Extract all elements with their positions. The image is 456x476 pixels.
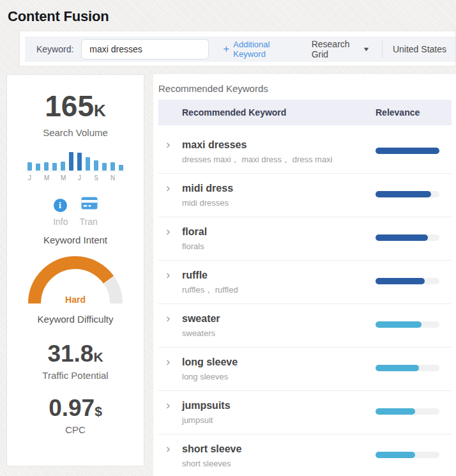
- volume-bar: [61, 162, 65, 171]
- relevance-bar: [376, 321, 439, 328]
- chevron-right-icon[interactable]: ›: [166, 399, 170, 411]
- chevron-right-icon[interactable]: ›: [166, 356, 170, 367]
- search-volume-chart: [26, 152, 125, 172]
- relevance-bar: [376, 408, 439, 415]
- keyword-search-bar: Keyword: + Additional Keyword Research G…: [19, 31, 456, 66]
- relevance-bar-fill: [376, 278, 425, 284]
- relevance-bar: [376, 452, 439, 458]
- table-row[interactable]: › short sleeve short sleeves: [158, 434, 452, 476]
- search-volume-label: Search Volume: [7, 127, 144, 138]
- traffic-potential-label: Traffic Potential: [7, 370, 144, 381]
- keyword-variants: florals: [182, 242, 452, 252]
- keyword-variants: long sleeves: [182, 372, 452, 382]
- keyword-variants: dresses maxi， maxi dress， dress maxi: [182, 155, 452, 165]
- column-header-keyword: Recommended Keyword: [182, 107, 376, 118]
- keyword-difficulty-label: Keyword Difficulty: [7, 314, 144, 325]
- keyword-variants: midi dresses: [182, 198, 452, 208]
- volume-bar: [110, 162, 115, 171]
- table-row[interactable]: › sweater sweaters: [158, 304, 452, 348]
- keyword-variants: jumpsuit: [182, 415, 452, 426]
- additional-keyword-button[interactable]: + Additional Keyword: [223, 40, 292, 59]
- transaction-card-icon: [81, 197, 98, 212]
- volume-bar: [52, 163, 57, 171]
- chevron-down-icon: ▼: [362, 47, 370, 52]
- table-header: Recommended Keyword Relevance: [158, 100, 452, 125]
- table-row[interactable]: › jumpsuits jumpsuit: [158, 391, 452, 434]
- traffic-potential-value: 31.8K: [7, 342, 144, 365]
- table-row[interactable]: › maxi dresses dresses maxi， maxi dress，…: [158, 130, 452, 174]
- month-labels: JMMJSN: [26, 174, 125, 181]
- relevance-bar: [376, 191, 439, 197]
- volume-bar: [119, 165, 123, 171]
- intent-info-label: Info: [53, 217, 68, 227]
- table-row[interactable]: › long sleeve long sleeves: [158, 348, 452, 391]
- volume-bar: [36, 164, 40, 171]
- relevance-bar: [376, 148, 439, 154]
- relevance-bar-fill: [376, 148, 439, 154]
- relevance-bar: [376, 278, 439, 284]
- keyword-variants: sweaters: [182, 328, 452, 339]
- page-title: Content Fusion: [8, 8, 456, 25]
- keyword-variants: short sleeves: [182, 459, 452, 469]
- relevance-bar-fill: [376, 452, 415, 458]
- relevance-bar: [376, 365, 439, 371]
- recommended-keywords-panel: Recommended Keywords Recommended Keyword…: [153, 74, 456, 476]
- keyword-variants: ruffles， ruffled: [182, 285, 452, 295]
- difficulty-level-badge: Hard: [27, 295, 123, 305]
- table-row[interactable]: › midi dress midi dresses: [158, 174, 452, 217]
- intent-tran-label: Tran: [80, 217, 98, 227]
- relevance-bar-fill: [376, 408, 415, 415]
- volume-bar: [94, 160, 98, 171]
- volume-bar: [86, 157, 90, 171]
- search-volume-value: 165K: [7, 91, 144, 121]
- chevron-right-icon[interactable]: ›: [166, 139, 170, 150]
- relevance-bar-fill: [376, 191, 431, 197]
- keyword-metrics-card: 165K Search Volume JMMJSN i Info Tran Ke…: [6, 74, 144, 466]
- table-row[interactable]: › ruffle ruffles， ruffled: [158, 261, 452, 304]
- relevance-bar: [376, 234, 439, 241]
- plus-icon: +: [223, 43, 229, 56]
- chevron-right-icon[interactable]: ›: [166, 443, 170, 454]
- volume-bar: [44, 162, 49, 171]
- keyword-label: Keyword:: [36, 44, 73, 54]
- research-grid-label: Research Grid: [312, 39, 359, 59]
- keyword-intent-label: Keyword Intent: [7, 234, 144, 245]
- cpc-value: 0.97$: [7, 396, 144, 420]
- cpc-label: CPC: [7, 424, 144, 435]
- recommended-keywords-title: Recommended Keywords: [158, 83, 456, 94]
- keyword-table: › maxi dresses dresses maxi， maxi dress，…: [158, 130, 452, 476]
- country-selector[interactable]: United States: [393, 44, 446, 54]
- volume-bar: [77, 153, 82, 171]
- research-grid-dropdown[interactable]: Research Grid ▼: [312, 39, 369, 59]
- volume-bar: [69, 152, 73, 171]
- chevron-right-icon[interactable]: ›: [166, 269, 170, 280]
- chevron-right-icon[interactable]: ›: [166, 312, 170, 324]
- chevron-right-icon[interactable]: ›: [166, 226, 170, 237]
- additional-keyword-label: Additional Keyword: [233, 40, 292, 59]
- chevron-right-icon[interactable]: ›: [166, 182, 170, 194]
- volume-bar: [27, 162, 32, 171]
- volume-bar: [102, 163, 107, 171]
- relevance-bar-fill: [376, 234, 428, 241]
- column-header-relevance: Relevance: [376, 107, 420, 118]
- keyword-difficulty-gauge: Hard: [27, 256, 123, 306]
- relevance-bar-fill: [376, 321, 422, 328]
- info-icon: i: [54, 199, 67, 212]
- relevance-bar-fill: [376, 365, 419, 371]
- keyword-input[interactable]: [81, 39, 209, 59]
- table-row[interactable]: › floral florals: [158, 217, 452, 261]
- divider: [382, 41, 383, 58]
